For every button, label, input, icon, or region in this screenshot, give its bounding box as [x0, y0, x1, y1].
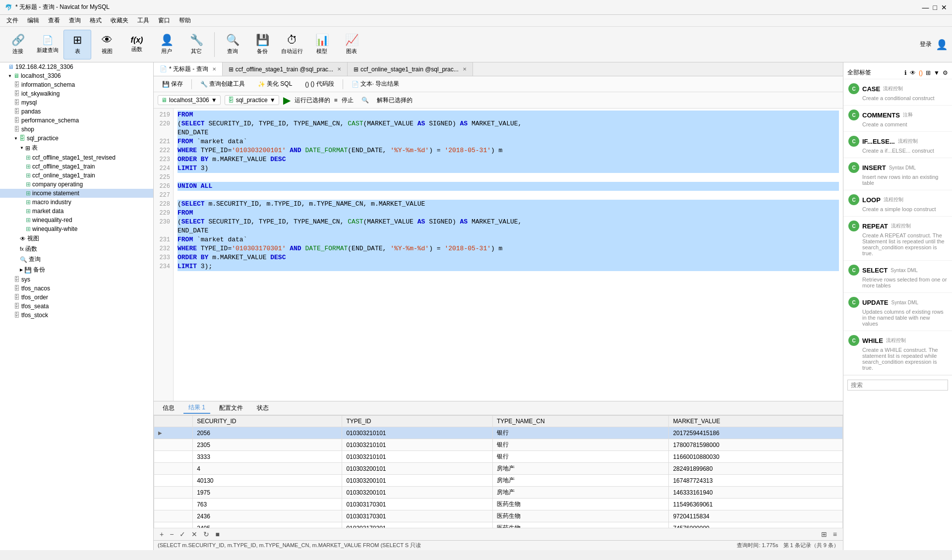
toolbar-autorun[interactable]: ⏱ 自动运行 — [278, 30, 306, 59]
sidebar-db-stock[interactable]: 🗄 tfos_stock — [0, 311, 153, 320]
code-content[interactable]: FROM (SELECT SECURITY_ID, TYPE_ID, TYPE_… — [174, 109, 843, 401]
stop-results-btn[interactable]: ■ — [213, 529, 221, 539]
menu-item-查询[interactable]: 查询 — [65, 15, 85, 26]
results-tab-result1[interactable]: 结果 1 — [183, 402, 210, 414]
sidebar-queries[interactable]: 🔍 查询 — [0, 254, 153, 265]
results-tab-profile[interactable]: 配置文件 — [214, 403, 248, 413]
rp-dropdown[interactable]: ▼ — [934, 69, 940, 76]
col-market-value[interactable]: MARKET_VALUE — [669, 416, 843, 427]
sidebar-db-perf[interactable]: 🗄 performance_schema — [0, 116, 153, 125]
toolbar-user[interactable]: 👤 用户 — [153, 30, 180, 59]
sidebar-table-income[interactable]: ⊞ income statement — [0, 189, 153, 198]
export-btn[interactable]: 📄 文本· 导出结果 — [347, 78, 404, 90]
tab-ccf-online[interactable]: ⊞ ccf_online_stage1_train @sql_prac... ✕ — [348, 62, 473, 76]
menu-item-窗口[interactable]: 窗口 — [154, 15, 174, 26]
run-selected-btn[interactable]: ▶ — [283, 94, 291, 106]
toolbar-model[interactable]: 📊 模型 — [308, 30, 336, 59]
sidebar-table-macro[interactable]: ⊞ macro industry — [0, 198, 153, 207]
table-row[interactable]: 40130 010303200101 房地产 167487724313 — [154, 475, 843, 487]
sidebar-table-wine-white[interactable]: ⊞ winequality-white — [0, 224, 153, 233]
refresh-btn[interactable]: ↻ — [201, 529, 211, 539]
toolbar-new-query[interactable]: 📄 新建查询 — [34, 30, 61, 59]
menu-item-文件[interactable]: 文件 — [2, 15, 22, 26]
sidebar-table-company[interactable]: ⊞ company operating — [0, 180, 153, 189]
right-panel-item-loop[interactable]: C LOOP 流程控制 Create a simple loop constru… — [843, 190, 952, 217]
beautify-btn[interactable]: ✨ 美化 SQL — [253, 78, 297, 90]
tab-untitled[interactable]: 📄 * 无标题 - 查询 ✕ — [154, 62, 223, 76]
sidebar-functions[interactable]: fx 函数 — [0, 244, 153, 254]
menu-item-帮助[interactable]: 帮助 — [175, 15, 195, 26]
sidebar-table-ccf-offline-train[interactable]: ⊞ ccf_offline_stage1_train — [0, 162, 153, 171]
col-type-name[interactable]: TYPE_NAME_CN — [492, 416, 668, 427]
menu-item-格式[interactable]: 格式 — [86, 15, 106, 26]
table-row[interactable]: 3333 010303210101 银行 11660010880030 — [154, 451, 843, 463]
save-btn[interactable]: 💾 保存 — [158, 78, 187, 90]
sql-editor[interactable]: 219 220 221 222 223 224 225 226 227 228 … — [154, 109, 843, 401]
close-btn[interactable]: ✕ — [941, 3, 947, 11]
tab-ccf-offline[interactable]: ⊞ ccf_offline_stage1_train @sql_prac... … — [223, 62, 348, 76]
sidebar-db-mysql[interactable]: 🗄 mysql — [0, 98, 153, 107]
maximize-btn[interactable]: □ — [933, 3, 937, 11]
explain-btn[interactable]: 🔍 — [357, 96, 373, 105]
stop-btn[interactable]: ■ — [334, 97, 338, 104]
menu-item-查看[interactable]: 查看 — [44, 15, 64, 26]
menu-item-工具[interactable]: 工具 — [133, 15, 153, 26]
toolbar-function[interactable]: f(x) 函数 — [123, 30, 151, 59]
right-panel-item-case[interactable]: C CASE 流程控制 Create a conditional constru… — [843, 79, 952, 106]
tab-close-1[interactable]: ✕ — [212, 66, 216, 72]
right-panel-item-while[interactable]: C WHILE 流程控制 Create a WHILE construct. T… — [843, 331, 952, 375]
sidebar-db-order[interactable]: 🗄 tfos_order — [0, 293, 153, 302]
right-panel-item-comments[interactable]: C COMMENTS 注释 Create a comment — [843, 106, 952, 132]
grid-icon[interactable]: ⊞ — [926, 69, 931, 76]
right-panel-item-update[interactable]: C UPDATE Syntax DML Updates columns of e… — [843, 293, 952, 331]
sidebar-table-wine-red[interactable]: ⊞ winequality-red — [0, 216, 153, 224]
right-panel-item-select[interactable]: C SELECT Syntax DML Retrieve rows select… — [843, 261, 952, 293]
table-row[interactable]: 1975 010303200101 房地产 146333161940 — [154, 487, 843, 499]
sidebar-server-2[interactable]: ▼ 🖥 localhost_3306 — [0, 71, 153, 80]
sidebar-table-ccf-offline-test[interactable]: ⊞ ccf_offline_stage1_test_revised — [0, 153, 153, 162]
rp-settings[interactable]: ⚙ — [943, 69, 948, 76]
results-tab-info[interactable]: 信息 — [158, 403, 179, 413]
right-panel-item-repeat[interactable]: C REPEAT 流程控制 Create A REPEAT construct.… — [843, 217, 952, 261]
tab-close-3[interactable]: ✕ — [463, 66, 467, 72]
add-row-btn[interactable]: + — [158, 529, 166, 539]
sidebar-backups[interactable]: ▶ 💾 备份 — [0, 265, 153, 275]
brackets-icon[interactable]: () — [919, 69, 923, 76]
delete-row-btn[interactable]: − — [168, 529, 176, 539]
sidebar-db-sql[interactable]: ▼ 🗄 sql_practice — [0, 134, 153, 143]
table-row[interactable]: ▶ 2056 010303210101 银行 20172594415186 — [154, 427, 843, 439]
right-panel-item-insert[interactable]: C INSERT Syntax DML Insert new rows into… — [843, 158, 952, 190]
form-view-btn[interactable]: ≡ — [831, 529, 839, 539]
sidebar-db-info[interactable]: 🗄 information_schema — [0, 80, 153, 89]
codeblock-btn[interactable]: () () 代码段 — [300, 78, 338, 90]
eye-icon[interactable]: 👁 — [910, 69, 916, 76]
sidebar-db-iot[interactable]: 🗄 iot_skywalking — [0, 89, 153, 98]
toolbar-connect[interactable]: 🔗 连接 — [4, 30, 32, 59]
conn-select[interactable]: 🖥 localhost_3306 ▼ — [158, 95, 221, 105]
right-panel-item-ifelse[interactable]: C IF...ELSE... 流程控制 Create a if...ELSE..… — [843, 132, 952, 158]
sidebar-db-seata[interactable]: 🗄 tfos_seata — [0, 302, 153, 311]
info-icon[interactable]: ℹ — [904, 69, 907, 76]
menu-item-收藏夹[interactable]: 收藏夹 — [107, 15, 132, 26]
sidebar-table-market[interactable]: ⊞ market data — [0, 207, 153, 216]
window-controls[interactable]: — □ ✕ — [922, 3, 947, 11]
toolbar-table[interactable]: ⊞ 表 — [63, 30, 91, 59]
rp-search-input[interactable] — [847, 380, 948, 391]
toolbar-query[interactable]: 🔍 查询 — [219, 30, 246, 59]
col-type-id[interactable]: TYPE_ID — [342, 416, 493, 427]
table-row[interactable]: 4 010303200101 房地产 282491899680 — [154, 463, 843, 475]
sidebar-db-sys[interactable]: 🗄 sys — [0, 275, 153, 284]
sidebar-tables-group[interactable]: ▼ ⊞ 表 — [0, 143, 153, 153]
query-create-btn[interactable]: 🔧 查询创建工具 — [196, 78, 249, 90]
sidebar-db-shop[interactable]: 🗄 shop — [0, 125, 153, 134]
table-row[interactable]: 2436 010303170301 医药生物 97204115834 — [154, 510, 843, 522]
sidebar-views[interactable]: 👁 视图 — [0, 233, 153, 244]
tab-close-2[interactable]: ✕ — [337, 66, 341, 72]
sidebar-server-1[interactable]: 🖥 192.168.42.128_3306 — [0, 62, 153, 71]
cancel-edit-btn[interactable]: ✕ — [189, 529, 199, 539]
minimize-btn[interactable]: — — [922, 3, 929, 11]
check-btn[interactable]: ✓ — [178, 529, 187, 539]
table-row[interactable]: 3405 010303170301 医药生物 74576000000 — [154, 522, 843, 528]
grid-view-btn[interactable]: ⊞ — [819, 529, 829, 539]
toolbar-chart[interactable]: 📈 图表 — [338, 30, 365, 59]
